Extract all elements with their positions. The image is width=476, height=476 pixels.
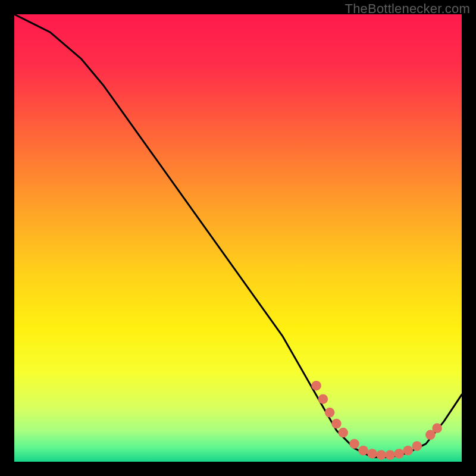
data-marker <box>367 449 377 459</box>
curve-line <box>14 14 462 457</box>
data-marker <box>338 428 348 438</box>
data-marker <box>331 419 342 429</box>
data-marker <box>412 441 422 451</box>
plot-area <box>14 14 462 462</box>
data-marker <box>376 450 386 460</box>
chart-stage: TheBottlenecker.com <box>0 0 476 476</box>
data-marker <box>318 394 328 404</box>
data-marker <box>385 450 395 460</box>
data-marker <box>394 449 404 459</box>
data-marker <box>311 381 321 391</box>
watermark-text: TheBottlenecker.com <box>345 1 470 17</box>
data-marker <box>403 446 413 456</box>
chart-curve-layer <box>14 14 462 462</box>
data-marker <box>349 439 359 449</box>
data-marker <box>358 446 368 456</box>
data-marker <box>432 423 442 433</box>
data-marker <box>325 408 335 418</box>
